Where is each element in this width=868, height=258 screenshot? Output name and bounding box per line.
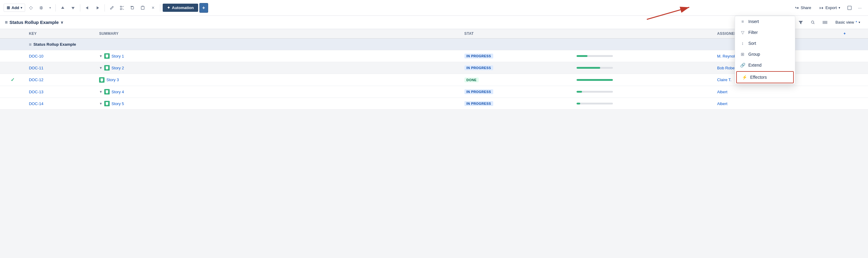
window-icon[interactable]	[845, 3, 854, 12]
sub-toolbar-right: Basic view* ▾	[784, 18, 863, 27]
filter-icon[interactable]	[796, 18, 805, 27]
key-link[interactable]: DOC-14	[29, 101, 43, 106]
view-title-chevron-icon[interactable]: ∨	[61, 20, 63, 25]
col-header-check	[0, 29, 25, 38]
story-icon	[104, 53, 110, 59]
expand-chevron-icon[interactable]: ▼	[99, 66, 102, 70]
progress-cell	[573, 50, 713, 62]
dropdown-item-insert[interactable]: ≡ Insert	[735, 16, 795, 27]
status-badge: IN PROGRESS	[464, 65, 493, 70]
last-cell	[840, 50, 868, 62]
dropdown-item-extend[interactable]: 🔗 Extend	[735, 60, 795, 70]
group-menu-icon: ⊞	[740, 52, 745, 57]
move-left-icon[interactable]	[83, 3, 92, 12]
key-cell: DOC-13	[25, 86, 95, 98]
story-name-link[interactable]: Story 4	[112, 90, 124, 94]
svg-point-7	[811, 21, 814, 23]
add-label: Add	[11, 5, 19, 10]
arrange-icon-2[interactable]	[37, 3, 46, 12]
story-name-link[interactable]: Story 2	[112, 66, 124, 70]
basic-view-label: Basic view	[836, 20, 854, 25]
key-cell: DOC-10	[25, 50, 95, 62]
move-up-icon[interactable]	[58, 3, 67, 12]
story-name-link[interactable]: Story 3	[106, 77, 119, 82]
table-row: DOC-14 ▼ Story 5 IN PROGRESS Albert	[0, 98, 868, 109]
expand-chevron-icon[interactable]: ▼	[99, 54, 102, 58]
paste-icon[interactable]	[138, 3, 147, 12]
story-icon	[104, 101, 110, 106]
progress-cell	[573, 98, 713, 109]
story-name-link[interactable]: Story 5	[112, 101, 124, 106]
progress-bar-fill	[577, 103, 580, 104]
group-icon: ≡	[29, 42, 32, 47]
asterisk: *	[856, 20, 857, 25]
summary-cell: ▼ Story 1	[95, 50, 461, 62]
search-icon[interactable]	[808, 18, 817, 27]
move-down-icon[interactable]	[68, 3, 78, 12]
svg-point-0	[120, 6, 122, 7]
filter-menu-icon: ▽	[740, 30, 745, 35]
svg-point-1	[120, 8, 122, 10]
automation-plus-icon: +	[203, 5, 205, 10]
edit-icon[interactable]	[107, 3, 116, 12]
columns-icon[interactable]	[820, 18, 830, 27]
progress-bar	[577, 91, 613, 93]
sort-menu-label: Sort	[748, 41, 756, 46]
more-button[interactable]: ···	[855, 3, 864, 12]
insert-menu-label: Insert	[748, 19, 759, 24]
story-icon	[104, 89, 110, 95]
assignee-name: Albert	[717, 101, 727, 106]
key-cell: DOC-14	[25, 98, 95, 109]
status-badge: IN PROGRESS	[464, 89, 493, 94]
key-link[interactable]: DOC-10	[29, 54, 43, 59]
svg-rect-9	[824, 21, 825, 24]
progress-bar-fill	[577, 91, 582, 93]
check-cell	[0, 98, 25, 109]
arrange-dropdown[interactable]: ▾	[47, 3, 53, 12]
story-name-link[interactable]: Story 1	[112, 54, 124, 59]
add-button[interactable]: ⊞ Add ▾	[4, 4, 25, 12]
svg-rect-10	[825, 21, 826, 24]
move-right-icon[interactable]	[93, 3, 102, 12]
assignee-name: Albert	[717, 90, 727, 94]
separator-3	[104, 4, 105, 11]
extend-menu-icon: 🔗	[740, 63, 745, 67]
svg-rect-4	[848, 6, 851, 10]
add-chevron-icon: ▾	[21, 6, 22, 9]
expand-chevron-icon[interactable]: ▼	[99, 102, 102, 105]
progress-bar	[577, 79, 613, 81]
export-button[interactable]: ↦ Export ▾	[816, 4, 844, 12]
export-label: Export	[825, 5, 837, 10]
progress-cell	[573, 74, 713, 86]
check-cell	[0, 50, 25, 62]
key-link[interactable]: DOC-11	[29, 66, 43, 70]
key-link[interactable]: DOC-13	[29, 90, 43, 94]
col-header-add[interactable]: +	[840, 29, 868, 38]
automation-plus-button[interactable]: +	[199, 3, 208, 13]
basic-view-button[interactable]: Basic view* ▾	[833, 19, 863, 26]
expand-chevron-icon[interactable]: ▼	[99, 90, 102, 94]
last-cell	[840, 74, 868, 86]
share-icon: ↪	[795, 5, 799, 10]
summary-cell: ▼ Story 5	[95, 98, 461, 109]
more-icon: ···	[858, 5, 862, 10]
dropdown-item-filter[interactable]: ▽ Filter	[735, 27, 795, 38]
dropdown-item-group[interactable]: ⊞ Group	[735, 49, 795, 60]
last-cell	[840, 98, 868, 109]
progress-cell	[573, 62, 713, 74]
group-check-cell	[0, 38, 25, 50]
key-link[interactable]: DOC-12	[29, 77, 43, 82]
status-badge: IN PROGRESS	[464, 101, 493, 106]
share-button[interactable]: ↪ Share	[792, 4, 815, 12]
arrange-icon-1[interactable]	[26, 3, 35, 12]
main-toolbar: ⊞ Add ▾ ▾ × ✦	[0, 0, 868, 16]
svg-rect-11	[827, 21, 827, 24]
dropdown-item-effectors[interactable]: ⚡ Effectors	[736, 71, 794, 83]
share-label: Share	[801, 5, 811, 10]
status-badge: DONE	[464, 77, 479, 83]
delete-icon[interactable]: ×	[149, 3, 158, 12]
automation-button[interactable]: ✦ Automation	[163, 4, 198, 12]
copy-icon[interactable]	[128, 3, 137, 12]
scissors-icon[interactable]	[118, 3, 127, 12]
dropdown-item-sort[interactable]: ↕ Sort	[735, 38, 795, 49]
